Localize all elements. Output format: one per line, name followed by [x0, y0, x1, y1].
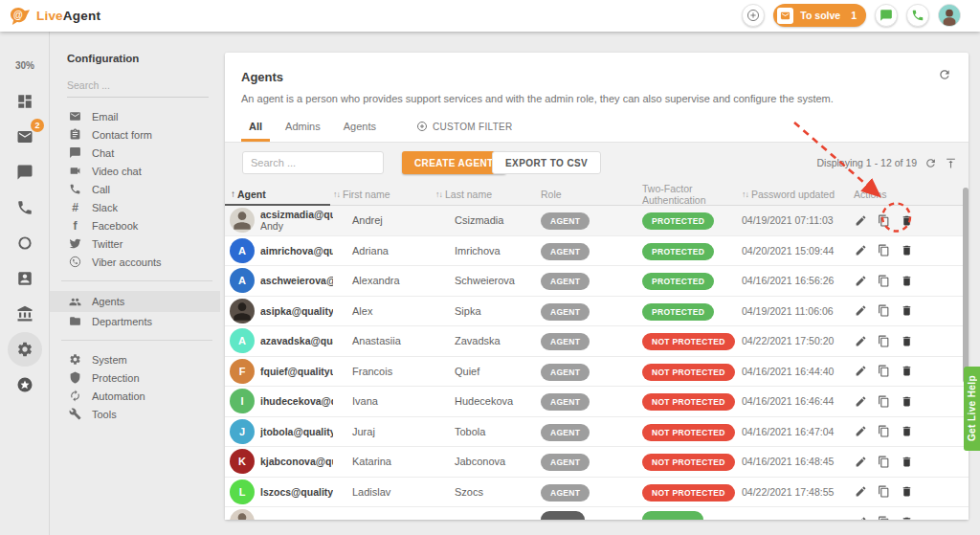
copy-button[interactable] [877, 213, 891, 228]
rail-item-email[interactable]: 2 [8, 120, 42, 154]
export-csv-button[interactable]: EXPORT TO CSV [492, 151, 601, 174]
to-solve-button[interactable]: To solve 1 [773, 4, 866, 27]
sidebar-item-facebook[interactable]: f Facebook [50, 216, 220, 234]
edit-button[interactable] [854, 334, 868, 348]
column-header-two-factor-authentication[interactable]: Two-Factor Authentication [631, 182, 742, 206]
column-header-role[interactable]: Role [541, 182, 631, 206]
edit-button[interactable] [854, 484, 868, 499]
delete-button[interactable] [900, 394, 914, 409]
refresh-button[interactable] [938, 68, 951, 85]
edit-button[interactable] [854, 364, 868, 378]
rail-item-call[interactable] [8, 190, 42, 225]
rail-item-star-circle[interactable] [8, 368, 42, 402]
sidebar-item-system[interactable]: System [50, 350, 220, 368]
sidebar-item-call[interactable]: Call [50, 180, 220, 198]
copy-button[interactable] [877, 394, 891, 409]
delete-button[interactable] [900, 334, 914, 348]
tab-all[interactable]: All [237, 121, 274, 142]
table-row-partial[interactable] [225, 507, 969, 520]
delete-button[interactable] [900, 455, 914, 469]
copy-button[interactable] [877, 243, 891, 257]
table-row[interactable]: K kjabconova@qual Katarina Jabconova AGE… [225, 447, 969, 478]
delete-button[interactable] [900, 515, 914, 520]
sidebar-search-input[interactable] [67, 79, 209, 91]
first-name: Alex [333, 305, 435, 317]
edit-button[interactable] [854, 455, 868, 469]
tab-custom-filter[interactable]: CUSTOM FILTER [405, 121, 524, 142]
column-header-last-name[interactable]: ↑↓ Last name [435, 182, 541, 206]
copy-button[interactable] [877, 424, 891, 438]
add-circle-button[interactable] [742, 4, 765, 27]
table-row[interactable]: acsizmadia@qual Andy Andrej Csizmadia AG… [225, 206, 969, 236]
table-row[interactable]: asipka@qualityun Alex Sipka AGENT PROTEC… [225, 297, 969, 327]
sidebar-item-automation[interactable]: Automation [50, 387, 220, 405]
sidebar-item-viber-accounts[interactable]: Viber accounts [50, 253, 220, 271]
user-avatar[interactable] [938, 4, 961, 27]
edit-button[interactable] [854, 274, 868, 288]
get-live-help-tab[interactable]: Get Live Help [964, 367, 980, 451]
sidebar-item-agents[interactable]: Agents [50, 291, 220, 312]
column-header-actions[interactable]: Actions [844, 182, 969, 206]
table-row[interactable]: A aimrichova@quali Adriana Imrichova AGE… [225, 236, 969, 267]
call-button[interactable] [906, 4, 929, 27]
tab-agents[interactable]: Agents [332, 121, 388, 142]
vertical-scrollbar[interactable] [963, 188, 969, 383]
edit-button[interactable] [854, 515, 868, 520]
rail-item-gear[interactable] [8, 332, 42, 367]
table-row[interactable]: F fquief@qualityuni Francois Quief AGENT… [225, 357, 969, 388]
sidebar-item-protection[interactable]: Protection [50, 368, 220, 387]
create-agent-button[interactable]: CREATE AGENT [402, 151, 506, 174]
chat-button[interactable] [875, 4, 898, 27]
rail-item-dashboard[interactable] [8, 84, 42, 119]
copy-button[interactable] [877, 303, 891, 318]
delete-button[interactable] [900, 303, 914, 318]
copy-button[interactable] [877, 334, 891, 348]
sidebar-item-email[interactable]: Email [50, 107, 220, 125]
table-row[interactable]: L lszocs@qualityun Ladislav Szocs AGENT … [225, 478, 969, 508]
pencil-icon [855, 244, 867, 256]
edit-button[interactable] [854, 303, 868, 318]
copy-button[interactable] [877, 274, 891, 288]
scroll-to-top-icon[interactable] [945, 157, 957, 169]
actions-cell [844, 274, 969, 288]
copy-icon [878, 275, 890, 287]
sidebar-item-contact-form[interactable]: Contact form [50, 125, 220, 144]
agent-email: azavadska@quali [260, 335, 333, 347]
sidebar-item-tools[interactable]: Tools [50, 405, 220, 423]
table-row[interactable]: J jtobola@qualityur Juraj Tobola AGENT N… [225, 417, 969, 448]
copy-button[interactable] [877, 515, 891, 520]
rail-item-chat[interactable] [8, 155, 42, 189]
contacts-icon [16, 270, 33, 287]
table-row[interactable]: A aschweierova@qu Alexandra Schweierova … [225, 266, 969, 297]
sidebar-item-video-chat[interactable]: Video chat [50, 162, 220, 180]
delete-button[interactable] [900, 484, 914, 499]
sidebar-item-departments[interactable]: Departments [50, 312, 220, 330]
delete-button[interactable] [900, 274, 914, 288]
liveagent-logo[interactable]: @ LiveAgent [10, 7, 100, 26]
column-header-password-updated[interactable]: ↑↓ Password updated [742, 182, 844, 206]
sidebar-item-slack[interactable]: # Slack [50, 198, 220, 216]
edit-button[interactable] [854, 213, 868, 228]
copy-button[interactable] [877, 484, 891, 499]
delete-button[interactable] [900, 424, 914, 438]
table-row[interactable]: I ihudecekova@qu Ivana Hudecekova AGENT … [225, 387, 969, 417]
sidebar-item-chat[interactable]: Chat [50, 144, 220, 162]
edit-button[interactable] [854, 243, 868, 257]
delete-button[interactable] [900, 213, 914, 228]
column-header-agent[interactable]: ↑ Agent [225, 182, 333, 206]
tab-admins[interactable]: Admins [274, 121, 332, 142]
table-row[interactable]: A azavadska@quali Anastasiia Zavadska AG… [225, 326, 969, 357]
rail-item-contacts[interactable] [8, 261, 42, 296]
refresh-icon[interactable] [924, 157, 937, 169]
delete-button[interactable] [900, 364, 914, 378]
copy-button[interactable] [877, 364, 891, 378]
edit-button[interactable] [854, 424, 868, 438]
column-header-first-name[interactable]: ↑↓ First name [333, 182, 435, 206]
delete-button[interactable] [900, 243, 914, 257]
rail-item-ring[interactable] [8, 226, 42, 260]
edit-button[interactable] [854, 394, 868, 409]
table-search-input[interactable] [242, 151, 384, 174]
sidebar-item-twitter[interactable]: Twitter [50, 234, 220, 253]
rail-item-bank[interactable] [8, 297, 42, 331]
copy-button[interactable] [877, 455, 891, 469]
